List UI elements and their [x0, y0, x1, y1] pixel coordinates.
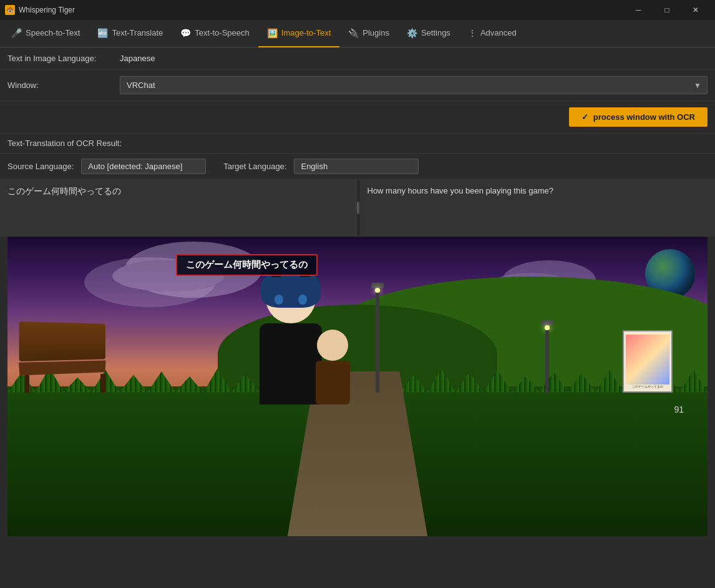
- lamp-light: [375, 288, 380, 293]
- divider-handle: [357, 202, 359, 214]
- bench-leg-2: [100, 374, 105, 393]
- number-text: 91: [674, 404, 684, 414]
- minimize-button[interactable]: ─: [624, 0, 653, 20]
- text-panels: このゲーム何時間やってるの How many hours have you be…: [0, 180, 715, 237]
- process-button-row: ✓ process window with OCR: [0, 101, 715, 134]
- bench-leg-1: [24, 374, 29, 393]
- lamp-pole: [376, 293, 379, 393]
- tab-settings[interactable]: ⚙️ Settings: [398, 20, 459, 47]
- bench: [21, 323, 109, 393]
- advanced-icon: ⋮: [468, 28, 477, 38]
- titlebar-title: Whispering Tiger: [19, 6, 75, 14]
- target-text: How many hours have you been playing thi…: [367, 186, 553, 195]
- app-icon: 🐯: [5, 5, 15, 15]
- window-label: Window:: [7, 81, 120, 90]
- translation-header: Text-Translation of OCR Result:: [0, 134, 715, 154]
- window-select[interactable]: VRChat Desktop Other: [120, 76, 708, 94]
- eye-left-icon: [275, 295, 283, 305]
- lamp-post-right: [541, 320, 553, 393]
- tab-settings-label: Settings: [421, 28, 450, 37]
- target-language-value: English: [294, 159, 419, 174]
- target-language-label: Target Language:: [223, 162, 286, 171]
- ocr-bubble-text: このゲーム何時間やってるの: [186, 259, 308, 270]
- lamp-post-center: [371, 283, 384, 393]
- character-main: [260, 273, 322, 404]
- image-to-text-icon: 🖼️: [267, 28, 278, 38]
- character-secondary: [316, 330, 350, 404]
- tab-text-to-speech-label: Text-to-Speech: [195, 28, 249, 37]
- content: Text in Image Language: Japanese Window:…: [0, 47, 715, 536]
- tab-speech-to-text[interactable]: 🎤 Speech-to-Text: [2, 20, 89, 47]
- bench-seat: [19, 360, 106, 375]
- tab-plugins-label: Plugins: [362, 28, 389, 37]
- tab-text-translate[interactable]: 🔤 Text-Translate: [89, 20, 172, 47]
- tab-advanced-label: Advanced: [480, 28, 517, 37]
- plugins-icon: 🔌: [348, 28, 359, 38]
- maximize-button[interactable]: □: [653, 0, 681, 20]
- text-translate-icon: 🔤: [97, 28, 108, 38]
- titlebar-controls: ─ □ ✕: [624, 0, 710, 20]
- ocr-speech-bubble: このゲーム何時間やってるの: [176, 254, 318, 276]
- screenshot-area: このゲームやってるの このゲーム何時間やってるの 91: [7, 237, 708, 536]
- char2-head: [317, 330, 348, 361]
- tab-image-to-text-label: Image-to-Text: [281, 28, 331, 37]
- tab-advanced[interactable]: ⋮ Advanced: [459, 20, 525, 47]
- tab-text-translate-label: Text-Translate: [112, 28, 163, 37]
- tab-speech-to-text-label: Speech-to-Text: [26, 28, 80, 37]
- close-button[interactable]: ✕: [681, 0, 710, 20]
- titlebar-left: 🐯 Whispering Tiger: [5, 5, 75, 15]
- process-button-label: process window with OCR: [593, 112, 695, 122]
- tab-plugins[interactable]: 🔌 Plugins: [339, 20, 398, 47]
- bench-back: [19, 321, 105, 361]
- process-ocr-button[interactable]: ✓ process window with OCR: [569, 107, 708, 127]
- translation-section: Text-Translation of OCR Result: Source L…: [0, 134, 715, 237]
- game-scene: このゲームやってるの このゲーム何時間やってるの 91: [7, 237, 708, 536]
- window-row: Window: VRChat Desktop Other ▼: [0, 70, 715, 101]
- settings-icon: ⚙️: [407, 28, 417, 38]
- language-row: Source Language: Auto [detected: Japanes…: [0, 154, 715, 180]
- navbar: 🎤 Speech-to-Text 🔤 Text-Translate 💬 Text…: [0, 20, 715, 47]
- poster-text: このゲームやってるの: [632, 385, 663, 388]
- bench-legs: [24, 374, 105, 393]
- poster-sign: このゲームやってるの: [623, 330, 673, 393]
- character-head: [266, 273, 316, 323]
- eye-right-icon: [298, 295, 307, 305]
- speech-to-text-icon: 🎤: [11, 28, 22, 38]
- text-in-image-language-label: Text in Image Language:: [7, 54, 120, 63]
- lamp-light-r: [545, 325, 550, 330]
- source-language-label: Source Language:: [7, 162, 74, 171]
- lamp-head: [371, 283, 384, 288]
- tab-image-to-text[interactable]: 🖼️ Image-to-Text: [258, 20, 339, 47]
- poster-image: [626, 335, 669, 385]
- lamp-head-r: [541, 320, 553, 325]
- tab-text-to-speech[interactable]: 💬 Text-to-Speech: [172, 20, 258, 47]
- text-in-image-language-row: Text in Image Language: Japanese: [0, 47, 715, 70]
- text-to-speech-icon: 💬: [180, 28, 191, 38]
- window-select-wrapper: VRChat Desktop Other ▼: [120, 76, 708, 94]
- titlebar: 🐯 Whispering Tiger ─ □ ✕: [0, 0, 715, 20]
- character-body: [260, 323, 322, 404]
- char2-body: [316, 361, 350, 404]
- process-check-icon: ✓: [581, 112, 588, 122]
- lamp-pole-r: [545, 330, 549, 393]
- text-in-image-language-value: Japanese: [120, 54, 155, 63]
- source-text: このゲーム何時間やってるの: [7, 186, 121, 196]
- target-text-panel: How many hours have you been playing thi…: [360, 180, 716, 236]
- translation-header-text: Text-Translation of OCR Result:: [7, 139, 122, 148]
- source-text-panel: このゲーム何時間やってるの: [0, 180, 356, 236]
- source-language-value: Auto [detected: Japanese]: [81, 159, 206, 174]
- number-overlay: 91: [674, 404, 684, 414]
